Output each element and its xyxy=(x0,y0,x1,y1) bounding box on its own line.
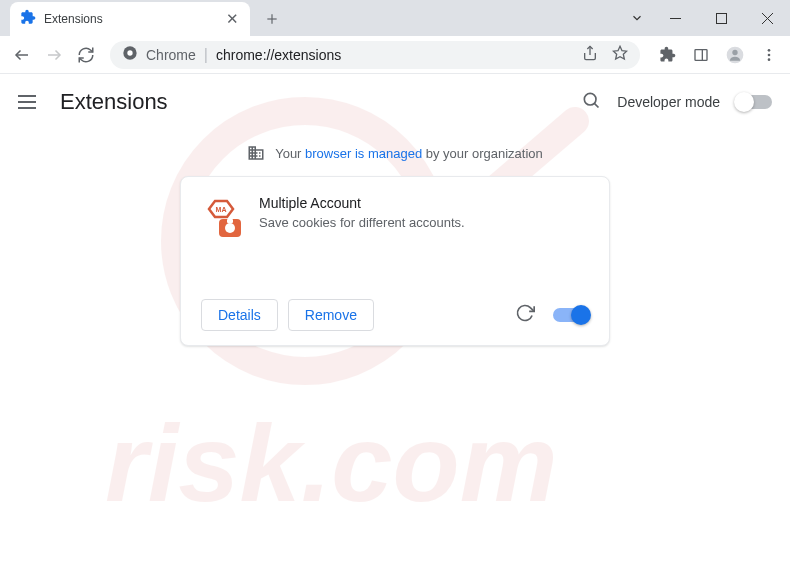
tab-search-chevron-icon[interactable] xyxy=(622,0,652,36)
share-icon[interactable] xyxy=(582,45,598,65)
svg-rect-27 xyxy=(227,219,233,223)
svg-point-17 xyxy=(768,53,771,56)
window-close-button[interactable] xyxy=(744,0,790,36)
url-scope: Chrome xyxy=(146,47,196,63)
svg-text:MA: MA xyxy=(216,206,227,213)
kebab-menu-icon[interactable] xyxy=(756,42,782,68)
svg-point-16 xyxy=(768,49,771,52)
window-minimize-button[interactable] xyxy=(652,0,698,36)
remove-button[interactable]: Remove xyxy=(288,299,374,331)
omnibox-actions xyxy=(582,45,628,65)
tab-title: Extensions xyxy=(44,12,216,26)
extension-card: MA Multiple Account Save cookies for dif… xyxy=(180,176,610,346)
managed-banner: Your browser is managed by your organiza… xyxy=(0,130,790,176)
extension-enable-toggle[interactable] xyxy=(553,308,589,322)
extensions-icon[interactable] xyxy=(654,42,680,68)
toolbar-icons xyxy=(650,42,782,68)
page-content: risk.com Extensions Developer mode Your … xyxy=(0,74,790,567)
reload-button[interactable] xyxy=(72,41,100,69)
extension-description: Save cookies for different accounts. xyxy=(259,215,465,230)
svg-point-26 xyxy=(225,223,235,233)
managed-text: Your browser is managed by your organiza… xyxy=(275,146,543,161)
svg-rect-12 xyxy=(695,49,707,60)
omnibox[interactable]: Chrome | chrome://extensions xyxy=(110,41,640,69)
sidepanel-icon[interactable] xyxy=(688,42,714,68)
new-tab-button[interactable] xyxy=(258,5,286,33)
window-controls xyxy=(622,0,790,36)
extension-name: Multiple Account xyxy=(259,195,465,211)
bookmark-icon[interactable] xyxy=(612,45,628,65)
extension-app-icon: MA xyxy=(201,199,241,239)
svg-point-18 xyxy=(768,58,771,61)
svg-point-9 xyxy=(127,50,132,55)
puzzle-icon xyxy=(20,9,36,29)
svg-text:risk.com: risk.com xyxy=(105,401,557,524)
tab-close-icon[interactable]: ✕ xyxy=(224,10,240,28)
extension-reload-icon[interactable] xyxy=(515,303,535,327)
hamburger-menu-icon[interactable] xyxy=(18,90,42,114)
forward-button[interactable] xyxy=(40,41,68,69)
url-separator: | xyxy=(204,46,208,64)
url-text: chrome://extensions xyxy=(216,47,341,63)
svg-marker-11 xyxy=(613,46,626,59)
svg-line-22 xyxy=(595,103,599,107)
page-title: Extensions xyxy=(60,89,168,115)
search-icon[interactable] xyxy=(581,90,601,114)
profile-icon[interactable] xyxy=(722,42,748,68)
managed-link[interactable]: browser is managed xyxy=(305,146,422,161)
details-button[interactable]: Details xyxy=(201,299,278,331)
extensions-header: Extensions Developer mode xyxy=(0,74,790,130)
chrome-logo-icon xyxy=(122,45,138,65)
browser-tab[interactable]: Extensions ✕ xyxy=(10,2,250,36)
developer-mode-label: Developer mode xyxy=(617,94,720,110)
svg-point-21 xyxy=(585,93,597,105)
building-icon xyxy=(247,144,265,162)
svg-point-15 xyxy=(732,49,737,54)
window-maximize-button[interactable] xyxy=(698,0,744,36)
developer-mode-toggle[interactable] xyxy=(736,95,772,109)
browser-toolbar: Chrome | chrome://extensions xyxy=(0,36,790,74)
back-button[interactable] xyxy=(8,41,36,69)
svg-rect-1 xyxy=(716,13,726,23)
